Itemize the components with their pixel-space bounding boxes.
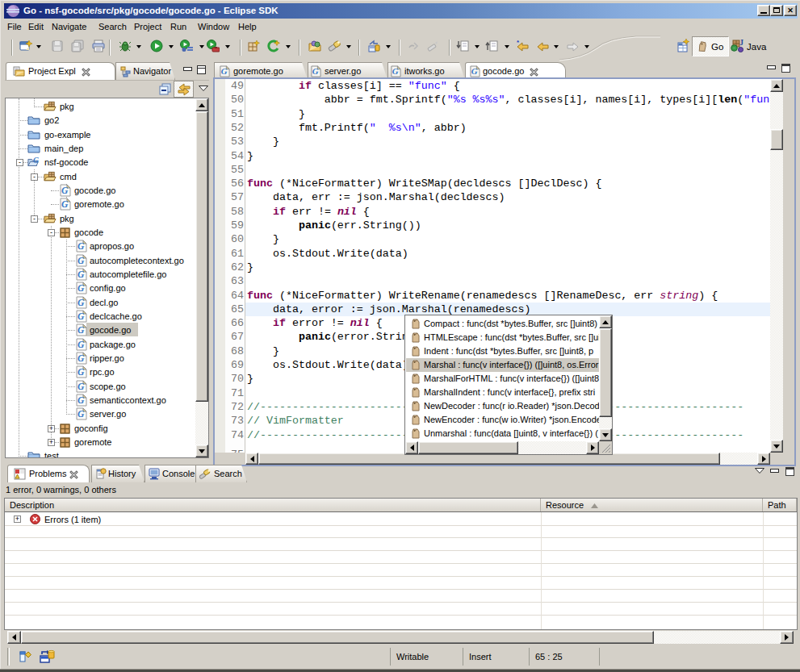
svg-text:G: G: [77, 409, 85, 419]
svg-text:G: G: [77, 283, 85, 293]
svg-text:G: G: [61, 186, 69, 195]
svg-text:G: G: [392, 66, 399, 76]
svg-text:G: G: [221, 66, 228, 76]
svg-text:G: G: [77, 241, 85, 251]
svg-text:G: G: [77, 367, 85, 377]
svg-text:G: G: [77, 298, 85, 307]
svg-text:G: G: [471, 66, 478, 76]
svg-text:G: G: [61, 199, 69, 209]
svg-text:G: G: [77, 395, 85, 405]
svg-text:J: J: [739, 39, 743, 47]
svg-text:G: G: [77, 340, 85, 349]
svg-text:G: G: [77, 325, 85, 335]
svg-text:G: G: [77, 353, 85, 363]
svg-text:G: G: [77, 311, 85, 321]
svg-text:G: G: [77, 382, 85, 391]
svg-text:G: G: [33, 156, 39, 165]
svg-text:G: G: [77, 256, 85, 265]
svg-text:G: G: [77, 269, 85, 279]
svg-text:G: G: [312, 66, 319, 76]
